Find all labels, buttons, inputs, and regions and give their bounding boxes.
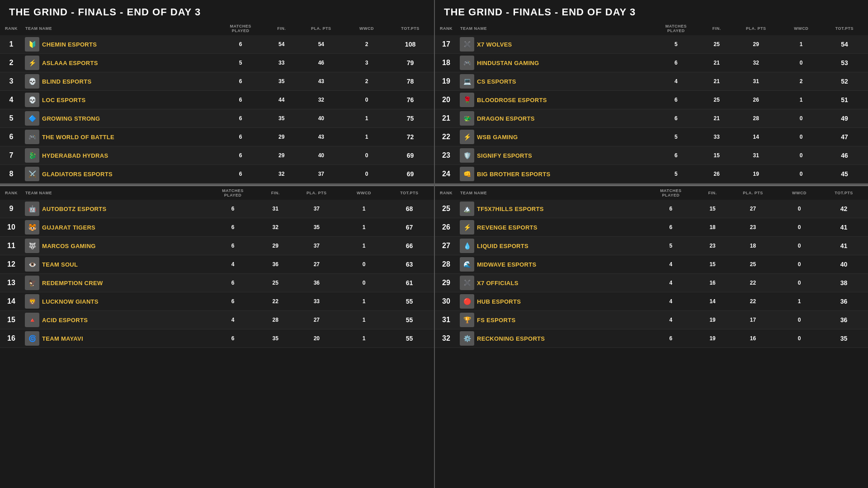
- wwcd-cell: 1: [343, 200, 385, 218]
- mp-cell: 5: [649, 165, 703, 183]
- wwcd-cell: 0: [779, 200, 820, 218]
- team-cell: 🏆 FS ESPORTS: [458, 311, 643, 329]
- table-row: 30 🔴 HUB ESPORTS 4 14 22 1 36: [435, 292, 868, 311]
- team-cell: 🔺 ACID ESPORTS: [23, 311, 205, 329]
- fin-cell: 23: [698, 237, 726, 255]
- team-logo: 🦅: [25, 276, 39, 290]
- tot-cell: 54: [821, 35, 868, 54]
- fin-cell: 32: [261, 218, 290, 237]
- team-cell: 💀 BLIND ESPORTS: [23, 72, 214, 91]
- table-row: 14 🦁 LUCKNOW GIANTS 6 22 33 1 55: [0, 292, 434, 311]
- team-name: GROWING STRONG: [42, 115, 100, 122]
- team-name: CHEMIN ESPORTS: [42, 41, 97, 48]
- pla-cell: 26: [731, 91, 781, 109]
- main-container: THE GRIND - FINALS - END OF DAY 3 RANK T…: [0, 0, 868, 488]
- rank-cell: 4: [0, 91, 23, 109]
- r-tot-header-b: TOT.PTS: [820, 186, 868, 200]
- wwcd-cell: 0: [347, 165, 387, 183]
- mp-cell: 6: [649, 91, 703, 109]
- fin-cell: 21: [703, 54, 731, 72]
- team-cell: 🐲 DRAGON ESPORTS: [458, 109, 649, 128]
- rank-cell: 26: [435, 218, 458, 237]
- rank-header: RANK: [0, 22, 23, 35]
- table-row: 8 ⚔️ GLADIATORS ESPORTS 6 32 37 0 69: [0, 165, 434, 183]
- team-name: GLADIATORS ESPORTS: [42, 171, 113, 178]
- pla-cell: 29: [731, 35, 781, 54]
- wwcd-cell: 0: [781, 146, 821, 165]
- wwcd-cell: 0: [779, 255, 820, 274]
- pla-cell: 22: [727, 274, 779, 292]
- tot-cell: 41: [820, 218, 868, 237]
- rank-cell: 13: [0, 274, 23, 292]
- rank-cell: 17: [435, 35, 458, 54]
- team-cell: 🦅 REDEMPTION CREW: [23, 274, 205, 292]
- fin-cell: 18: [698, 218, 726, 237]
- tot-cell: 76: [387, 91, 434, 109]
- rank-cell: 29: [435, 274, 458, 292]
- tot-cell: 49: [821, 109, 868, 128]
- wwcd-cell: 1: [343, 329, 385, 348]
- team-cell: ⚡ REVENGE ESPORTS: [458, 218, 643, 237]
- wwcd-cell: 2: [347, 35, 387, 54]
- wwcd-cell: 1: [343, 292, 385, 311]
- wwcd-cell: 0: [347, 91, 387, 109]
- wwcd-header: WWCD: [347, 22, 387, 35]
- tot-cell: 38: [820, 274, 868, 292]
- wwcd-cell: 0: [781, 165, 821, 183]
- fin-cell: 15: [698, 200, 726, 218]
- wwcd-cell: 3: [347, 54, 387, 72]
- rank-cell: 10: [0, 218, 23, 237]
- tot-cell: 75: [387, 109, 434, 128]
- team-name: SIGNIFY ESPORTS: [477, 152, 532, 159]
- fin-cell: 29: [268, 128, 296, 146]
- pla-cell: 54: [296, 35, 347, 54]
- team-name: FS ESPORTS: [477, 317, 515, 324]
- fin-cell: 19: [698, 329, 726, 348]
- team-name: RECKONING ESPORTS: [477, 335, 545, 342]
- right-bottom-table: RANK TEAM NAME MATCHESPLAYED FIN. PLA. P…: [435, 186, 868, 348]
- table-row: 9 🤖 AUTOBOTZ ESPORTS 6 31 37 1 68: [0, 200, 434, 218]
- fin-cell: 19: [698, 311, 726, 329]
- table-row: 10 🐯 GUJARAT TIGERS 6 32 35 1 67: [0, 218, 434, 237]
- pla-cell: 19: [731, 165, 781, 183]
- team-name: LUCKNOW GIANTS: [42, 298, 99, 305]
- tot-cell: 55: [385, 329, 434, 348]
- table-row: 23 🛡️ SIGNIFY ESPORTS 6 15 31 0 46: [435, 146, 868, 165]
- mp-cell: 4: [643, 255, 698, 274]
- mp-cell: 6: [643, 218, 698, 237]
- pla-cell: 23: [727, 218, 779, 237]
- tot-cell: 79: [387, 54, 434, 72]
- team-logo: 🎮: [460, 56, 474, 70]
- wwcd-cell: 1: [781, 35, 821, 54]
- fin-cell: 22: [261, 292, 290, 311]
- team-name: THE WORLD OF BATTLE: [42, 134, 114, 141]
- right-top-title: THE GRIND - FINALS - END OF DAY 3: [435, 0, 868, 22]
- wwcd-cell: 1: [343, 218, 385, 237]
- mp-cell: 4: [643, 292, 698, 311]
- team-name: TEAM MAYAVI: [42, 335, 83, 342]
- tot-cell: 51: [821, 91, 868, 109]
- wwcd-cell: 2: [781, 72, 821, 91]
- team-name: REVENGE ESPORTS: [477, 224, 538, 231]
- team-logo: 🐲: [460, 111, 474, 126]
- table-row: 2 ⚡ ASLAAA ESPORTS 5 33 46 3 79: [0, 54, 434, 72]
- rank-cell: 2: [0, 54, 23, 72]
- r-pla-header-b: PLA. PTS: [727, 186, 779, 200]
- wwcd-cell: 0: [343, 255, 385, 274]
- fin-cell: 29: [261, 237, 290, 255]
- tot-cell: 55: [385, 292, 434, 311]
- team-name: HINDUSTAN GAMING: [477, 60, 539, 66]
- fin-cell: 21: [703, 109, 731, 128]
- tot-cell: 108: [387, 35, 434, 54]
- team-name: BIG BROTHER ESPORTS: [477, 171, 550, 178]
- wwcd-header-b: WWCD: [343, 186, 385, 200]
- team-cell: 🎮 HINDUSTAN GAMING: [458, 54, 649, 72]
- fin-cell: 15: [698, 255, 726, 274]
- pla-cell: 18: [727, 237, 779, 255]
- team-cell: 🌀 TEAM MAYAVI: [23, 329, 205, 348]
- tot-cell: 36: [820, 292, 868, 311]
- table-row: 13 🦅 REDEMPTION CREW 6 25 36 0 61: [0, 274, 434, 292]
- mp-cell: 4: [643, 274, 698, 292]
- wwcd-cell: 0: [779, 274, 820, 292]
- rank-cell: 9: [0, 200, 23, 218]
